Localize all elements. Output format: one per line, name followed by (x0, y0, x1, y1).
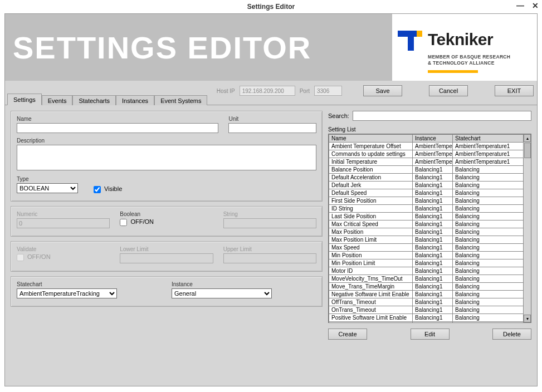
table-cell[interactable]: Balancing1 (413, 283, 453, 291)
tab-statecharts[interactable]: Statecharts (72, 95, 116, 105)
table-row[interactable]: ID StringBalancing1Balancing (329, 205, 531, 213)
table-cell[interactable]: Max Critical Speed (329, 220, 413, 228)
table-cell[interactable]: Balancing (453, 275, 531, 283)
close-icon[interactable]: ✕ (532, 1, 539, 10)
table-cell[interactable]: Balancing (453, 197, 531, 205)
table-cell[interactable]: Balancing (453, 283, 531, 291)
table-row[interactable]: Negative Software Limit EnableBalancing1… (329, 291, 531, 298)
table-cell[interactable]: MoveVelocity_Trns_TimeOut (329, 275, 413, 283)
visible-checkbox[interactable] (94, 186, 101, 193)
table-cell[interactable]: Default Jerk (329, 182, 413, 189)
table-cell[interactable]: Balancing1 (413, 166, 453, 174)
table-row[interactable]: ResettingTimeBalancing1Balancing (329, 322, 531, 324)
table-cell[interactable]: Balancing1 (413, 275, 453, 283)
table-cell[interactable]: AmbientTemperature1 (453, 150, 531, 158)
table-row[interactable]: Max PositionBalancing1Balancing (329, 228, 531, 236)
table-cell[interactable]: Balancing1 (413, 267, 453, 275)
table-row[interactable]: Motor IDBalancing1Balancing (329, 267, 531, 275)
table-cell[interactable]: OffTrans_Timeout (329, 298, 413, 306)
boolean-checkbox-wrap[interactable]: OFF/ON (120, 218, 213, 226)
table-cell[interactable]: Balancing (453, 267, 531, 275)
table-cell[interactable]: Balancing (453, 166, 531, 174)
table-cell[interactable]: Balancing (453, 213, 531, 220)
table-cell[interactable]: Balancing (453, 259, 531, 267)
port-field[interactable] (314, 86, 342, 96)
table-cell[interactable]: Last Side Position (329, 213, 413, 220)
table-cell[interactable]: Min Position (329, 252, 413, 259)
table-cell[interactable]: Balancing1 (413, 306, 453, 314)
table-cell[interactable]: Balancing1 (413, 291, 453, 298)
table-cell[interactable]: ID String (329, 205, 413, 213)
table-cell[interactable]: Balancing (453, 314, 531, 322)
table-cell[interactable]: Balancing (453, 244, 531, 252)
table-cell[interactable]: Balancing1 (413, 244, 453, 252)
tab-events[interactable]: Events (42, 95, 73, 105)
type-select[interactable]: BOOLEAN (17, 183, 78, 193)
cancel-button[interactable]: Cancel (429, 85, 468, 96)
table-row[interactable]: OnTrans_TimeoutBalancing1Balancing (329, 306, 531, 314)
table-cell[interactable]: Balancing (453, 252, 531, 259)
table-cell[interactable]: Balance Position (329, 166, 413, 174)
table-cell[interactable]: Balancing (453, 182, 531, 189)
table-row[interactable]: Ambient Temperature OffsetAmbientTempera… (329, 143, 531, 150)
table-cell[interactable]: First Side Position (329, 197, 413, 205)
table-cell[interactable]: Balancing1 (413, 236, 453, 244)
description-field[interactable] (17, 145, 316, 170)
table-row[interactable]: Balance PositionBalancing1Balancing (329, 166, 531, 174)
table-cell[interactable]: Balancing (453, 236, 531, 244)
statechart-select[interactable]: AmbientTemperatureTracking (17, 288, 117, 298)
table-cell[interactable]: AmbientTemperatureTracking1 (413, 150, 453, 158)
table-cell[interactable]: Ambient Temperature Offset (329, 143, 413, 150)
tab-settings[interactable]: Settings (7, 94, 42, 105)
hostip-field[interactable] (240, 86, 295, 96)
table-cell[interactable]: Balancing (453, 205, 531, 213)
table-row[interactable]: Max SpeedBalancing1Balancing (329, 244, 531, 252)
table-cell[interactable]: AmbientTemperature1 (453, 143, 531, 150)
table-cell[interactable]: AmbientTemperature1 (453, 158, 531, 166)
table-cell[interactable]: Balancing1 (413, 314, 453, 322)
unit-field[interactable] (228, 123, 316, 133)
delete-button[interactable]: Delete (492, 329, 531, 340)
table-cell[interactable]: Commands to update settings (329, 150, 413, 158)
scroll-thumb[interactable] (524, 143, 531, 158)
save-button[interactable]: Save (363, 85, 402, 96)
table-row[interactable]: MoveVelocity_Trns_TimeOutBalancing1Balan… (329, 275, 531, 283)
table-cell[interactable]: AmbientTemperatureTracking1 (413, 143, 453, 150)
table-cell[interactable]: Positive Software Limit Enable (329, 314, 413, 322)
table-cell[interactable]: Negative Software Limit Enable (329, 291, 413, 298)
table-cell[interactable]: Balancing1 (413, 322, 453, 324)
table-cell[interactable]: Balancing1 (413, 182, 453, 189)
table-cell[interactable]: Default Speed (329, 189, 413, 197)
edit-button[interactable]: Edit (411, 329, 450, 340)
table-scrollbar[interactable]: ▴ ▾ (523, 134, 531, 322)
table-cell[interactable]: Balancing (453, 306, 531, 314)
table-cell[interactable]: AmbientTemperatureTracking1 (413, 158, 453, 166)
table-cell[interactable]: Balancing (453, 220, 531, 228)
table-row[interactable]: Default JerkBalancing1Balancing (329, 182, 531, 189)
table-cell[interactable]: Balancing (453, 228, 531, 236)
table-cell[interactable]: Balancing1 (413, 189, 453, 197)
name-field[interactable] (17, 123, 218, 133)
table-row[interactable]: Max Critical SpeedBalancing1Balancing (329, 220, 531, 228)
table-cell[interactable]: Balancing1 (413, 205, 453, 213)
table-cell[interactable]: Balancing (453, 298, 531, 306)
table-row[interactable]: Commands to update settingsAmbientTemper… (329, 150, 531, 158)
visible-checkbox-wrap[interactable]: Visible (94, 185, 316, 193)
table-cell[interactable]: Max Position (329, 228, 413, 236)
scroll-up-icon[interactable]: ▴ (524, 134, 531, 142)
table-row[interactable]: Last Side PositionBalancing1Balancing (329, 213, 531, 220)
table-cell[interactable]: Balancing1 (413, 174, 453, 182)
table-row[interactable]: Min PositionBalancing1Balancing (329, 252, 531, 259)
table-cell[interactable]: Balancing (453, 291, 531, 298)
table-row[interactable]: Initial TemperatureAmbientTemperatureTra… (329, 158, 531, 166)
table-row[interactable]: Positive Software Limit EnableBalancing1… (329, 314, 531, 322)
col-statechart[interactable]: Statechart (453, 135, 531, 143)
table-cell[interactable]: OnTrans_Timeout (329, 306, 413, 314)
table-cell[interactable]: Min Position Limit (329, 259, 413, 267)
table-cell[interactable]: Balancing (453, 174, 531, 182)
search-input[interactable] (353, 111, 531, 121)
table-row[interactable]: First Side PositionBalancing1Balancing (329, 197, 531, 205)
table-cell[interactable]: Motor ID (329, 267, 413, 275)
minimize-icon[interactable]: — (516, 1, 524, 10)
table-cell[interactable]: Balancing1 (413, 220, 453, 228)
